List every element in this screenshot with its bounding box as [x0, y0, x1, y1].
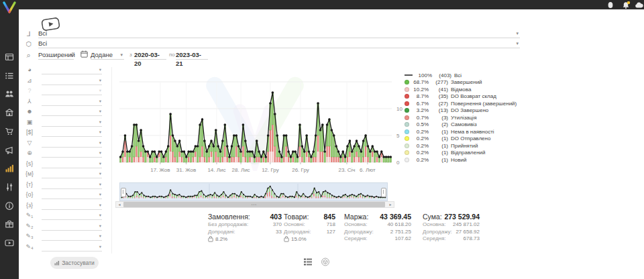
- filter-row-sales-channel[interactable]: ◕ ▾: [24, 66, 105, 75]
- user-icon[interactable]: [606, 1, 615, 9]
- filter-select[interactable]: ▾: [42, 66, 102, 74]
- sidebar-item-settings-sliders[interactable]: [0, 179, 19, 195]
- sidebar-item-orders-list[interactable]: [0, 68, 19, 84]
- sidebar-item-cart[interactable]: [0, 123, 19, 140]
- utm-content-icon: {о}: [24, 190, 35, 199]
- filter-row-custom-field-3[interactable]: ✎₃ ▾: [24, 232, 105, 241]
- date-to-input[interactable]: 2023-03-21: [176, 50, 208, 60]
- filter-select[interactable]: ▾: [42, 170, 102, 178]
- legend-item[interactable]: 3.2% (13) DO Завершено: [405, 107, 529, 115]
- filter-select[interactable]: ▾: [42, 76, 102, 85]
- filter-select[interactable]: ▾: [42, 160, 102, 168]
- sidebar-item-dashboard[interactable]: [0, 49, 19, 65]
- sidebar-item-integrations[interactable]: [0, 216, 19, 232]
- filter-select[interactable]: ▾: [42, 107, 102, 116]
- chart-navigator[interactable]: [119, 182, 388, 201]
- legend-item[interactable]: 0.7% (3) Утилізація: [405, 114, 529, 121]
- filter-row-hierarchy[interactable]: ⅄ ▾: [24, 97, 105, 107]
- legend-item[interactable]: 100% (403) Всі: [405, 72, 529, 79]
- filter-select[interactable]: ▾: [42, 87, 102, 95]
- apply-button[interactable]: Застосувати: [50, 257, 99, 269]
- filter-row-custom-field-1[interactable]: ✎₁ ▾: [24, 211, 105, 221]
- stat-sub-row: Допродані:33: [208, 229, 282, 236]
- sidebar-item-info[interactable]: [0, 198, 19, 214]
- navigator-left-handle[interactable]: [121, 188, 126, 197]
- sidebar-item-analytics[interactable]: [0, 160, 19, 176]
- filter-row-utm-source[interactable]: {s} ▾: [24, 160, 105, 169]
- date-field-select[interactable]: Додане ▾: [91, 50, 124, 60]
- search-icon[interactable]: ⌕: [24, 51, 33, 60]
- filter-row-payment[interactable]: [$] ▾: [24, 128, 105, 137]
- orders-status-chart[interactable]: 17. Жов31. Жов14. Лис28. Лис12. Гру26. Г…: [119, 70, 405, 176]
- legend-item[interactable]: 0.2% (1) Нема в наявності: [405, 128, 529, 135]
- filter-select[interactable]: ▾: [42, 211, 102, 220]
- legend-label: DO Завершено: [451, 107, 488, 113]
- legend-item[interactable]: 0.2% (1) DO Отправлено: [405, 135, 529, 143]
- filter-row-region-globe[interactable]: ⊕ ▾: [24, 149, 105, 158]
- legend-percent: 0.2%: [411, 129, 429, 135]
- legend-item[interactable]: 10.2% (41) Відмова: [405, 86, 529, 93]
- filter-select[interactable]: ▾: [42, 97, 102, 106]
- chevron-down-icon: ▾: [99, 119, 101, 125]
- filter-select[interactable]: ▾: [42, 149, 102, 158]
- filter-select[interactable]: ▾: [42, 139, 102, 148]
- filter-select[interactable]: ▾: [42, 243, 102, 252]
- scrollbar-grip-icon: •••: [252, 203, 257, 207]
- sidebar: [0, 0, 19, 279]
- chevron-down-icon: ▾: [99, 233, 101, 239]
- filter-select[interactable]: ▾: [42, 232, 102, 241]
- calendar-icon: [80, 50, 88, 58]
- scroll-left-arrow[interactable]: ◂: [116, 202, 123, 207]
- date-from-input[interactable]: 2020-03-20: [134, 50, 166, 60]
- sidebar-item-marketing[interactable]: [0, 142, 19, 158]
- filter-row-custom-field-2[interactable]: ✎₂ ▾: [24, 222, 105, 231]
- custom-field-4-icon: ✎₄: [24, 243, 35, 252]
- filter-select[interactable]: ▾: [42, 201, 102, 210]
- list-view-toggle[interactable]: [303, 258, 313, 266]
- stat-value: 43 369.45: [380, 213, 411, 221]
- legend-item[interactable]: 0.5% (2) Самовивіз: [405, 121, 529, 129]
- filter-row-funnel[interactable]: ▽ ▾: [24, 139, 105, 148]
- filter-select[interactable]: ▾: [42, 118, 102, 127]
- sidebar-item-customers[interactable]: [0, 86, 19, 102]
- cloud-icon[interactable]: [635, 1, 644, 9]
- legend-item[interactable]: 0.2% (1) Новий: [405, 156, 529, 164]
- filter-row-product-box[interactable]: ▣ ▾: [24, 118, 105, 127]
- filter-row-utm-term[interactable]: {т} ▾: [24, 180, 105, 190]
- legend-swatch: [405, 101, 409, 106]
- product-view-toggle[interactable]: [321, 258, 330, 266]
- chevron-down-icon: ▾: [99, 244, 101, 249]
- chevron-down-icon: ▾: [99, 203, 101, 208]
- filter-select[interactable]: ▾: [42, 128, 102, 137]
- sidebar-item-video-tutorials[interactable]: [0, 235, 19, 251]
- chart-scrollbar[interactable]: ◂ ▸ •••: [115, 201, 394, 208]
- legend-item[interactable]: 8.7% (35) DO Возврат склад: [405, 93, 529, 101]
- filter-row-manager[interactable]: ☻ ▾: [24, 107, 105, 117]
- hierarchy-icon: ⅄: [24, 97, 35, 106]
- scroll-right-arrow[interactable]: ▸: [387, 202, 394, 207]
- product-box-icon: ▣: [24, 118, 35, 127]
- sidebar-item-store[interactable]: [0, 105, 19, 121]
- navigator-right-handle[interactable]: [381, 188, 386, 197]
- filter-row-utm-content[interactable]: {о} ▾: [24, 190, 105, 200]
- brand-logo[interactable]: [2, 1, 17, 14]
- category-filter[interactable]: Всі ▾: [38, 29, 520, 38]
- chevron-down-icon: ▾: [99, 67, 101, 72]
- legend-item[interactable]: 68.7% (277) Завершений: [405, 79, 529, 87]
- filter-row-utm-medium[interactable]: {м} ▾: [24, 170, 105, 179]
- bell-icon[interactable]: [621, 1, 631, 9]
- scrollbar-thumb[interactable]: •••: [123, 202, 385, 207]
- filter-row-custom-field-4[interactable]: ✎₄ ▾: [24, 243, 105, 252]
- legend-item[interactable]: 6.7% (27) Повернення (завершений): [405, 100, 529, 107]
- legend-item[interactable]: 0.2% (1) Відправлений: [405, 150, 529, 157]
- search-mode-select[interactable]: Розширений ▾: [38, 50, 74, 60]
- filter-select[interactable]: ▾: [42, 190, 102, 199]
- stat-value: 403: [270, 213, 282, 221]
- legend-item[interactable]: 0.2% (1) Прийнятий: [405, 142, 529, 150]
- product-filter[interactable]: Всі ▾: [38, 39, 520, 48]
- filter-row-utm-campaign[interactable]: {з} ▾: [24, 201, 105, 211]
- filter-select[interactable]: ▾: [42, 180, 102, 189]
- legend-percent: 10.2%: [411, 87, 429, 93]
- filter-row-status-angle[interactable]: ⊿ ▾: [24, 76, 105, 86]
- filter-select[interactable]: ▾: [42, 222, 102, 231]
